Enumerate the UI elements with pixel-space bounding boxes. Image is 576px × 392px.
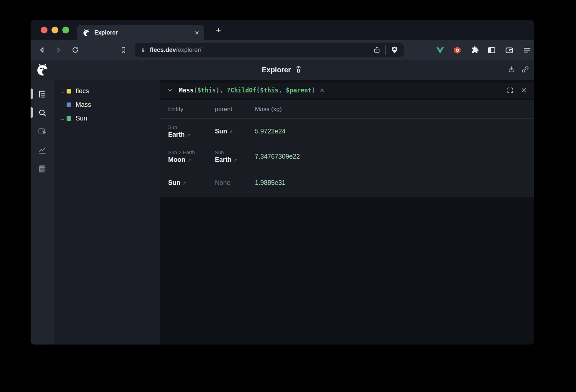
query-token: ): [216, 87, 219, 94]
chevron-down-icon[interactable]: [167, 87, 173, 94]
query-token: ,: [220, 87, 227, 94]
tree-item-label: Sun: [76, 115, 87, 122]
external-link-icon: ↗: [229, 129, 233, 135]
tree-item-flecs[interactable]: → flecs: [54, 84, 160, 98]
query-token: $this: [197, 87, 216, 94]
tree-view-icon: [37, 89, 47, 99]
table-header: Entity parent Mass (kg): [160, 100, 534, 119]
tab-title: Explorer: [94, 29, 195, 36]
query-token: Mass: [179, 87, 194, 94]
brave-shield-icon[interactable]: [390, 46, 399, 54]
menu-icon[interactable]: [523, 46, 532, 55]
sidebar-item-inspect[interactable]: [31, 122, 54, 141]
parent-link[interactable]: Sun↗: [215, 128, 255, 135]
download-icon[interactable]: [507, 65, 516, 74]
divider: [385, 45, 386, 55]
tab-bar: Explorer × +: [31, 20, 534, 40]
query-token: ?ChildOf: [227, 87, 256, 94]
zoom-window-button[interactable]: [62, 27, 69, 33]
query-token: ): [312, 87, 315, 94]
traffic-lights: [41, 27, 69, 33]
sidebar-item-memory[interactable]: [31, 159, 54, 178]
sidebar-item-tree[interactable]: [31, 85, 54, 103]
query-input[interactable]: Mass($this), ?ChildOf($this, $parent): [179, 87, 315, 94]
sidebar-item-search[interactable]: [31, 103, 54, 122]
sidebar-item-statistics[interactable]: [31, 141, 54, 159]
app-header: Explorer: [31, 60, 534, 80]
link-icon[interactable]: [521, 65, 530, 74]
table-row: Sun Earth↗ Sun↗ 5.9722e24: [160, 119, 534, 144]
back-icon[interactable]: [38, 46, 46, 54]
tree-item-label: flecs: [76, 87, 89, 95]
wallet-icon[interactable]: [505, 46, 514, 55]
url-bar[interactable]: flecs.dev/explorer/: [135, 43, 404, 57]
hexagon-extension-icon[interactable]: [453, 46, 462, 55]
parent-none-value: None: [215, 179, 255, 187]
url-domain: flecs.dev: [150, 46, 176, 53]
column-header-entity: Entity: [160, 106, 215, 113]
component-color-swatch: [67, 102, 71, 107]
entity-parent-path: Sun: [168, 124, 215, 130]
query-token: ,: [278, 87, 285, 94]
query-panel: Mass($this), ?ChildOf($this, $parent) × …: [160, 80, 534, 345]
expand-arrow-icon[interactable]: →: [59, 102, 67, 108]
fullscreen-icon[interactable]: [507, 87, 514, 94]
vue-devtools-icon[interactable]: [436, 46, 445, 55]
tab-close-icon[interactable]: ×: [195, 29, 199, 36]
table-row: Sun↗ None 1.9885e31: [160, 169, 534, 196]
external-link-icon: ↗: [187, 158, 191, 163]
column-header-parent: parent: [215, 106, 255, 113]
expand-arrow-icon[interactable]: →: [59, 88, 67, 94]
entity-link[interactable]: Moon↗: [168, 156, 215, 164]
query-clear-icon[interactable]: ×: [320, 86, 324, 95]
mass-value: 1.9885e31: [255, 179, 285, 186]
browser-tab[interactable]: Explorer ×: [77, 25, 204, 40]
entity-link[interactable]: Earth↗: [168, 131, 215, 138]
module-color-swatch: [67, 89, 71, 94]
stats-chart-icon: [37, 145, 47, 155]
lock-icon: [140, 47, 146, 53]
extensions-puzzle-icon[interactable]: [470, 46, 479, 55]
parent-path: Sun: [215, 150, 255, 155]
tree-item-sun[interactable]: → Sun: [54, 111, 160, 125]
table-row: Sun > Earth Moon↗ Sun Earth↗ 7.34767309e…: [160, 144, 534, 169]
query-token: (: [194, 87, 197, 94]
page-title-wrap: Explorer: [31, 60, 534, 80]
close-window-button[interactable]: [41, 27, 48, 33]
browser-window: Explorer × + flecs.dev/explorer/: [31, 20, 534, 345]
column-header-mass: Mass (kg): [255, 106, 534, 113]
flecs-favicon: [82, 29, 90, 37]
reload-icon[interactable]: [71, 46, 80, 54]
share-icon[interactable]: [373, 46, 381, 54]
sidebar-toggle-icon[interactable]: [487, 46, 496, 55]
query-bar: Mass($this), ?ChildOf($this, $parent) ×: [160, 83, 534, 98]
entity-parent-path: Sun > Earth: [168, 150, 215, 155]
tree-panel-active-indicator: [31, 88, 33, 99]
tree-item-label: Mass: [76, 101, 91, 109]
parent-link[interactable]: Earth↗: [215, 156, 255, 164]
search-icon: [37, 108, 47, 118]
entity-tree-panel: → flecs → Mass → Sun: [54, 80, 160, 345]
entity-link[interactable]: Sun↗: [168, 179, 215, 187]
query-token: $parent: [286, 87, 312, 94]
memory-rows-icon: [37, 164, 47, 174]
bookmark-icon[interactable]: [119, 46, 128, 54]
close-panel-icon[interactable]: [520, 87, 527, 94]
inspect-icon: [37, 127, 47, 136]
forward-icon[interactable]: [54, 46, 63, 54]
url-text: flecs.dev/explorer/: [150, 46, 373, 54]
expand-arrow-icon[interactable]: →: [59, 115, 67, 122]
external-link-icon: ↗: [186, 132, 190, 138]
url-path: /explorer/: [176, 46, 202, 53]
panel-icon-strip: [31, 80, 54, 345]
remote-connection-icon: [294, 65, 303, 74]
minimize-window-button[interactable]: [51, 27, 58, 33]
new-tab-button[interactable]: +: [216, 24, 221, 36]
header-actions: [507, 65, 530, 74]
mass-value: 5.9722e24: [255, 128, 285, 135]
query-token: $this: [260, 87, 278, 94]
query-token: (: [256, 87, 260, 94]
page-title: Explorer: [262, 66, 291, 74]
tree-item-mass[interactable]: → Mass: [54, 98, 160, 111]
content-area: → flecs → Mass → Sun Mass($this), ?Child…: [31, 80, 534, 345]
